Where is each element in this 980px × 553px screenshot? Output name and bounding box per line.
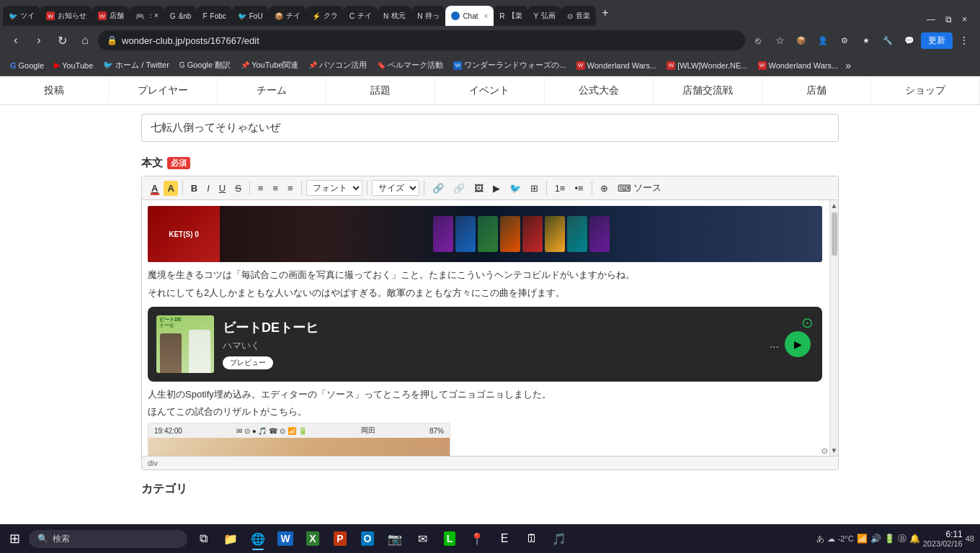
bookmark-bellmark[interactable]: 🔖 ベルマーク活動 [373, 58, 447, 72]
share-icon[interactable]: ⎋ [748, 30, 768, 50]
unlink-button[interactable]: 🔗 [450, 181, 468, 196]
refresh-button[interactable]: ↻ [52, 30, 72, 50]
video-button[interactable]: ▶ [489, 181, 504, 196]
site-nav-item-player[interactable]: プレイヤー [109, 77, 218, 104]
home-button[interactable]: ⌂ [75, 30, 95, 50]
size-select[interactable]: サイズ [372, 180, 419, 196]
tab-5[interactable]: G &nb [164, 6, 197, 26]
taskbar-app-line[interactable]: L [437, 526, 463, 552]
spotify-preview-button[interactable]: プレビュー [223, 356, 273, 369]
close-button[interactable]: × [958, 13, 971, 26]
link-button[interactable]: 🔗 [429, 181, 447, 196]
taskbar-app-file-explorer[interactable]: 📁 [218, 526, 244, 552]
tab-16[interactable]: ⊙ 音楽 [561, 6, 596, 26]
align-center-button[interactable]: ≡ [269, 181, 282, 196]
minimize-button[interactable]: — [922, 13, 940, 26]
underline-button[interactable]: U [215, 181, 229, 196]
taskbar-app-photos[interactable]: 📷 [382, 526, 408, 552]
extension-icon-4[interactable]: ★ [856, 30, 876, 50]
tab-11[interactable]: N 枕元 [378, 6, 411, 26]
italic-button[interactable]: I [203, 181, 213, 196]
tab-2[interactable]: W お知らせ [40, 6, 92, 26]
site-nav-item-topic[interactable]: 話題 [326, 77, 435, 104]
taskbar-app-outlook[interactable]: O [355, 526, 380, 552]
extension-icon-3[interactable]: ⚙ [834, 30, 855, 50]
weather-icon[interactable]: ☁ [827, 534, 835, 544]
tab-6[interactable]: F Fobc [197, 6, 231, 26]
bold-button[interactable]: B [187, 181, 201, 196]
tab-9[interactable]: ⚡ クラ [306, 6, 344, 26]
site-nav-item-team[interactable]: チーム [218, 77, 326, 104]
tab-7[interactable]: 🐦 FoU [232, 6, 269, 26]
forward-button[interactable]: › [29, 30, 49, 50]
tab-close-icon[interactable]: × [481, 12, 489, 20]
keyboard-icon[interactable]: あ [816, 534, 824, 544]
spotify-more-icon[interactable]: ... [770, 338, 779, 351]
editor-content-area[interactable]: KET(S) 0 [142, 200, 838, 456]
bookmark-wlw2[interactable]: W Wonderland Wars... [572, 60, 662, 71]
bookmark-pc-use[interactable]: 📌 パソコン活用 [304, 58, 371, 72]
strikethrough-button[interactable]: S [231, 181, 245, 196]
site-nav-item-shop[interactable]: ショップ [871, 77, 980, 104]
address-input[interactable] [122, 35, 736, 46]
back-button[interactable]: ‹ [6, 30, 26, 50]
spotify-play-button[interactable]: ▶ [785, 331, 811, 357]
editor-scrollbar[interactable]: ▲ ▼ [829, 200, 838, 456]
taskbar-search[interactable]: 🔍 検索 [29, 530, 187, 548]
bookmarks-more[interactable]: » [845, 60, 851, 71]
scroll-thumb[interactable] [832, 212, 837, 256]
restore-button[interactable]: ⧉ [941, 13, 956, 26]
site-nav-item-store-exchange[interactable]: 店舗交流戦 [654, 77, 762, 104]
bookmark-youtube[interactable]: ▶ YouTube [50, 59, 97, 71]
taskbar-app-chrome[interactable]: 🌐 [245, 526, 271, 552]
tab-10[interactable]: C チイ [344, 6, 378, 26]
bookmark-translate[interactable]: G Google 翻訳 [175, 58, 235, 72]
network-icon[interactable]: 📶 [857, 534, 868, 544]
highlight-button[interactable]: A [164, 181, 177, 196]
bookmark-wlw4[interactable]: W Wonderland Wars... [754, 60, 843, 71]
address-bar[interactable]: 🔒 [98, 30, 745, 50]
tab-4[interactable]: 🎮 ：× [130, 6, 164, 26]
insert-button[interactable]: ⊕ [597, 181, 612, 196]
taskbar-app-excel[interactable]: X [300, 526, 326, 552]
taskbar-app-edge[interactable]: E [491, 526, 517, 552]
bluetooth-icon[interactable]: Ⓑ [898, 533, 906, 545]
site-nav-item-post[interactable]: 投稿 [0, 77, 109, 104]
source-button[interactable]: ⌨ ソース [614, 179, 665, 197]
tab-12[interactable]: N 持っ [411, 6, 445, 26]
taskbar-app-mail[interactable]: ✉ [409, 526, 435, 552]
battery-icon[interactable]: 🔋 [884, 534, 895, 544]
extension-icon-2[interactable]: 👤 [813, 30, 833, 50]
tab-8[interactable]: 📦 チイ [269, 6, 306, 26]
align-left-button[interactable]: ≡ [254, 181, 267, 196]
bookmark-wlw1[interactable]: W ワンダーランドウォーズの... [449, 58, 570, 72]
site-nav-item-official[interactable]: 公式大会 [545, 77, 654, 104]
site-nav-item-store[interactable]: 店舗 [762, 77, 871, 104]
taskbar-app-spotify[interactable]: 🎵 [546, 526, 572, 552]
bookmark-yt-related[interactable]: 📌 YouTube関連 [236, 58, 303, 72]
tab-3[interactable]: W 店舗 [92, 6, 130, 26]
taskbar-app-maps[interactable]: 📍 [464, 526, 490, 552]
tab-15[interactable]: Y 弘画 [528, 6, 562, 26]
menu-icon[interactable]: ⋮ [954, 30, 974, 50]
taskbar-app-word[interactable]: W [272, 526, 298, 552]
taskbar-app-calendar[interactable]: 🗓 [519, 526, 545, 552]
ul-button[interactable]: •≡ [571, 181, 587, 196]
notification-count[interactable]: 48 [966, 534, 974, 543]
taskbar-app-powerpoint[interactable]: P [327, 526, 353, 552]
system-clock[interactable]: 6:11 2023/02/16 [923, 529, 963, 548]
tab-14[interactable]: R 【楽 [494, 6, 527, 26]
scroll-down-arrow[interactable]: ▼ [830, 446, 838, 454]
bookmark-icon[interactable]: ☆ [770, 30, 790, 50]
align-right-button[interactable]: ≡ [284, 181, 297, 196]
tab-13-active[interactable]: Chat × [445, 6, 494, 26]
post-title-input[interactable]: 七転八倒ってそりゃないぜ [141, 114, 839, 142]
tab-1[interactable]: 🐦 ツイ [3, 6, 40, 26]
extension-icon-6[interactable]: 💬 [899, 30, 919, 50]
text-color-button[interactable]: A [148, 181, 161, 196]
site-nav-item-event[interactable]: イベント [435, 77, 544, 104]
bookmark-twitter-home[interactable]: 🐦 ホーム / Twitter [99, 58, 174, 72]
extension-icon-5[interactable]: 🔧 [878, 30, 898, 50]
bookmark-google[interactable]: G Google [6, 60, 48, 71]
notification-bell[interactable]: 🔔 [909, 534, 920, 544]
